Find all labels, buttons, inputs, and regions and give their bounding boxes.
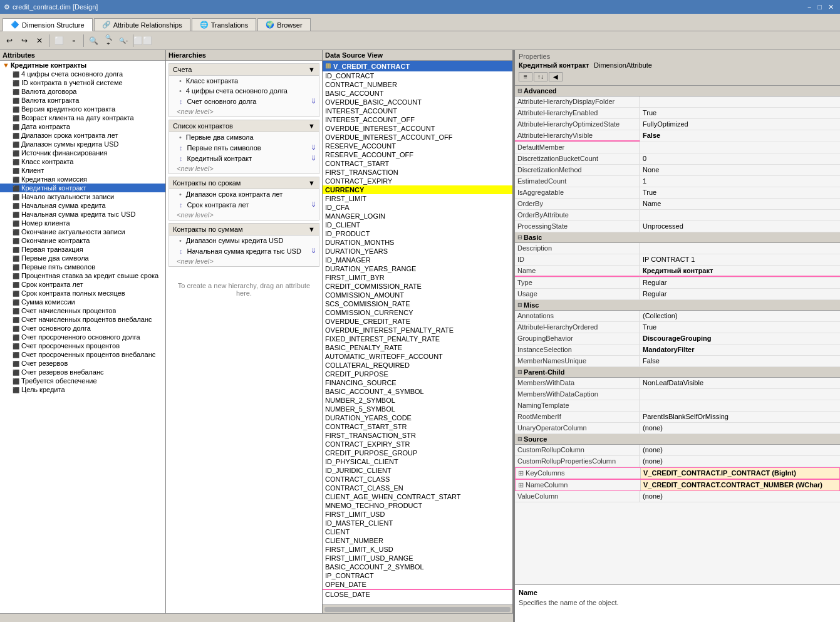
props-value[interactable]: Unprocessed: [640, 221, 840, 232]
datasource-column[interactable]: CLOSE_DATE: [323, 590, 512, 599]
props-value[interactable]: True: [640, 322, 840, 333]
datasource-column[interactable]: AUTOMATIC_WRITEOFF_ACCOUNT: [323, 352, 512, 361]
zoom-button[interactable]: 🔍: [86, 34, 100, 48]
datasource-column[interactable]: OVERDUE_BASIC_ACCOUNT: [323, 98, 512, 106]
props-value[interactable]: FullyOptimized: [640, 119, 840, 130]
props-value[interactable]: (none): [640, 456, 840, 467]
attr-item[interactable]: ⬛Начальная сумма кредита тыс USD: [0, 210, 165, 219]
datasource-column[interactable]: CURRENCY: [323, 185, 512, 194]
minimize-button[interactable]: −: [805, 3, 814, 12]
datasource-column[interactable]: MNEMO_TECHNO_PRODUCT: [323, 501, 512, 510]
datasource-column[interactable]: RESERVE_ACCOUNT: [323, 142, 512, 150]
props-value[interactable]: Regular: [640, 277, 840, 288]
props-value[interactable]: (none): [640, 491, 840, 502]
props-value[interactable]: True: [640, 187, 840, 198]
props-value[interactable]: DiscourageGrouping: [640, 333, 840, 344]
props-value[interactable]: NonLeafDataVisible: [640, 378, 840, 388]
datasource-column[interactable]: MANAGER_LOGIN: [323, 212, 512, 220]
attr-item[interactable]: ⬛Клиент: [0, 166, 165, 175]
datasource-column[interactable]: CLIENT_NUMBER: [323, 536, 512, 545]
props-value[interactable]: False: [640, 130, 840, 142]
attr-item[interactable]: ⬛Сумма комиссии: [0, 298, 165, 306]
datasource-column[interactable]: INTEREST_ACCOUNT_OFF: [323, 115, 512, 124]
props-value[interactable]: V_CREDIT_CONTRACT.CONTRACT_NUMBER (WChar…: [641, 480, 839, 490]
attr-item[interactable]: ⬛Счет начисленных процентов внебаланс: [0, 315, 165, 324]
datasource-column[interactable]: BASIC_ACCOUNT: [323, 89, 512, 98]
props-section[interactable]: ⊟ Parent-Child: [515, 367, 840, 378]
datasource-column[interactable]: BASIC_PENALTY_RATE: [323, 343, 512, 352]
datasource-column[interactable]: ID_JURIDIC_CLIENT: [323, 466, 512, 475]
props-value[interactable]: (none): [640, 423, 840, 433]
datasource-column[interactable]: FIXED_INTEREST_PENALTY_RATE: [323, 334, 512, 343]
props-value[interactable]: (none): [640, 445, 840, 455]
attr-item[interactable]: ⬛Дата контракта: [0, 122, 165, 131]
close-button[interactable]: ✕: [826, 3, 836, 12]
datasource-column[interactable]: OPEN_DATE: [323, 580, 512, 590]
props-value[interactable]: [640, 389, 840, 400]
datasource-column[interactable]: FIRST_LIMIT_K_USD: [323, 545, 512, 554]
attr-item[interactable]: ⬛Счет просроченных процентов внебаланс: [0, 350, 165, 359]
datasource-column[interactable]: ID_CFA: [323, 203, 512, 212]
datasource-column[interactable]: COLLATERAL_REQUIRED: [323, 361, 512, 370]
props-section[interactable]: ⊟ Source: [515, 434, 840, 445]
props-value[interactable]: IP CONTRACT 1: [640, 254, 840, 265]
attr-item[interactable]: ⬛Класс контракта: [0, 157, 165, 166]
horizontal-scrollbar[interactable]: [323, 604, 512, 613]
datasource-column[interactable]: CONTRACT_START: [323, 159, 512, 168]
tab-translations[interactable]: 🌐 Translations: [192, 18, 257, 31]
attr-item[interactable]: ⬛Цель кредита: [0, 385, 165, 394]
datasource-column[interactable]: FIRST_TRANSACTION: [323, 168, 512, 177]
datasource-column[interactable]: ID_MASTER_CLIENT: [323, 519, 512, 527]
tab-dim-structure[interactable]: 🔷 Dimension Structure: [3, 18, 93, 31]
attr-item[interactable]: ⬛ID контракта в учетной системе: [0, 78, 165, 87]
datasource-column[interactable]: IP_CONTRACT: [323, 571, 512, 580]
datasource-column[interactable]: CONTRACT_START_STR: [323, 422, 512, 431]
props-section[interactable]: ⊟ Basic: [515, 232, 840, 243]
datasource-column[interactable]: NUMBER_5_SYMBOL: [323, 405, 512, 413]
props-value[interactable]: Regular: [640, 289, 840, 299]
attr-item[interactable]: ⬛Валюта контракта: [0, 96, 165, 105]
datasource-column[interactable]: SCS_COMMISSION_RATE: [323, 299, 512, 308]
props-value[interactable]: (Collection): [640, 311, 840, 321]
zoom-in-button[interactable]: 🔍+: [101, 34, 115, 48]
props-categorized-btn[interactable]: ≡: [519, 72, 532, 81]
attr-item[interactable]: ⬛Валюта договора: [0, 87, 165, 96]
attr-item[interactable]: ⬛Версия кредитного контракта: [0, 105, 165, 113]
square2-button[interactable]: ▫: [67, 34, 81, 48]
attr-item[interactable]: ⬛Процентная ставка за кредит свыше срока: [0, 271, 165, 280]
attr-item[interactable]: ⬛Первые пять символов: [0, 262, 165, 271]
props-value[interactable]: 1: [640, 176, 840, 187]
hierarchy-item[interactable]: •Первые два символа: [169, 132, 319, 142]
hierarchy-item[interactable]: •4 цифры счета основного долга: [169, 86, 319, 96]
datasource-column[interactable]: DURATION_YEARS_CODE: [323, 413, 512, 422]
attr-item[interactable]: ⬛4 цифры счета основного долга: [0, 70, 165, 78]
datasource-column[interactable]: FIRST_LIMIT_USD: [323, 510, 512, 519]
delete-button[interactable]: ✕: [33, 34, 46, 48]
datasource-column[interactable]: FIRST_TRANSACTION_STR: [323, 431, 512, 440]
attr-item[interactable]: ⬛Возраст клиента на дату контракта: [0, 113, 165, 122]
attr-item[interactable]: ⬛Счет просроченных процентов: [0, 341, 165, 350]
hierarchy-item[interactable]: ↕Счет основного долга ⇓: [169, 96, 319, 106]
datasource-column[interactable]: OVERDUE_INTEREST_ACCOUNT_OFF: [323, 133, 512, 142]
props-collapse-btn[interactable]: ◀: [549, 72, 563, 81]
attr-item[interactable]: ⬛Срок контракта полных месяцев: [0, 289, 165, 298]
datasource-column[interactable]: CONTRACT_CLASS_EN: [323, 484, 512, 492]
datasource-column[interactable]: CLIENT: [323, 527, 512, 536]
datasource-column[interactable]: OVERDUE_CREDIT_RATE: [323, 317, 512, 326]
datasource-column[interactable]: NUMBER_2_SYMBOL: [323, 396, 512, 405]
datasource-column[interactable]: ID_CONTRACT: [323, 71, 512, 80]
square1-button[interactable]: ⬜: [52, 34, 66, 48]
attr-item[interactable]: ⬛Требуется обеспечение: [0, 376, 165, 385]
props-section[interactable]: ⊟ Advanced: [515, 86, 840, 96]
undo-button[interactable]: ↩: [3, 34, 16, 48]
props-value[interactable]: [640, 210, 840, 220]
datasource-column[interactable]: FINANCING_SOURCE: [323, 378, 512, 387]
attr-item[interactable]: ⬛Кредитный контракт: [0, 184, 165, 192]
datasource-column[interactable]: CREDIT_PURPOSE_GROUP: [323, 448, 512, 457]
hierarchy-item[interactable]: •Диапазон срока контракта лет: [169, 189, 319, 199]
datasource-column[interactable]: ID_MANAGER: [323, 256, 512, 264]
datasource-column[interactable]: OVERDUE_INTEREST_PENALTY_RATE: [323, 326, 512, 334]
datasource-column[interactable]: ID_CLIENT: [323, 220, 512, 229]
props-value[interactable]: Name: [640, 199, 840, 209]
datasource-column[interactable]: CLIENT_AGE_WHEN_CONTRACT_START: [323, 492, 512, 501]
